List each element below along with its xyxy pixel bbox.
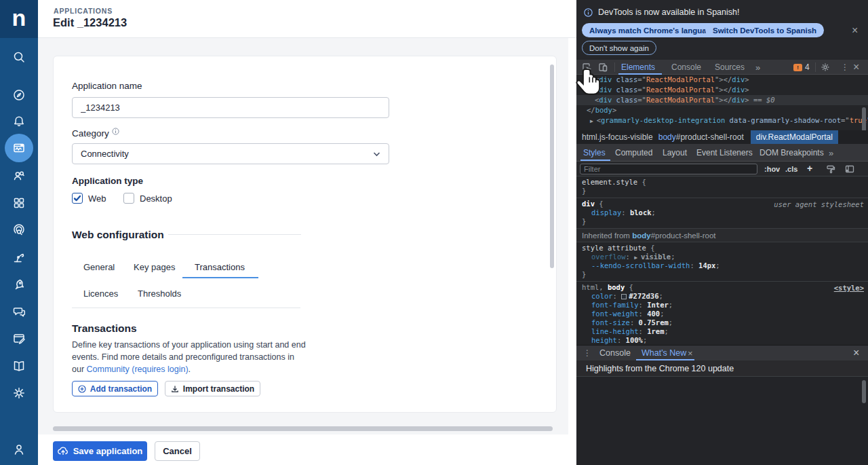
tab-general[interactable]: General: [83, 262, 115, 272]
expander-icon[interactable]: ▶: [590, 118, 597, 124]
css-declaration[interactable]: }: [576, 270, 868, 279]
css-declaration[interactable]: }: [576, 217, 868, 226]
gear-icon[interactable]: [0, 381, 38, 405]
people-search-icon[interactable]: [0, 164, 38, 188]
css-declaration[interactable]: font-weight: 400;: [576, 310, 868, 318]
drawer-close-icon[interactable]: ×: [853, 347, 859, 359]
switch-spanish-button[interactable]: Switch DevTools to Spanish: [705, 23, 824, 37]
styles-filter-input[interactable]: [580, 164, 757, 174]
application-name-input[interactable]: [72, 97, 389, 118]
book-icon[interactable]: [0, 354, 38, 378]
chevron-down-icon: [373, 151, 380, 157]
more-tabs-icon[interactable]: »: [755, 62, 760, 73]
sidebar-item-applications-selected[interactable]: [5, 134, 33, 162]
devtools-close-icon[interactable]: ×: [853, 61, 859, 73]
issues-count[interactable]: 4: [805, 62, 810, 72]
search-icon[interactable]: [0, 45, 38, 69]
divider: [815, 62, 816, 72]
dont-show-again-button[interactable]: Don't show again: [582, 41, 656, 55]
vertical-scrollbar[interactable]: [550, 64, 554, 268]
whats-new-close-icon[interactable]: ×: [688, 348, 693, 358]
person-icon[interactable]: [0, 437, 38, 462]
tab-thresholds[interactable]: Thresholds: [138, 289, 181, 299]
css-declaration[interactable]: font-size: 0.75rem;: [576, 318, 868, 327]
issues-icon[interactable]: !: [793, 64, 802, 71]
import-transaction-button[interactable]: Import transaction: [165, 381, 260, 396]
css-declaration[interactable]: overflow: ▶ visible;: [576, 253, 868, 261]
desktop-checkbox[interactable]: [123, 193, 134, 204]
drawer-tab-whats-new[interactable]: What's New: [642, 348, 686, 358]
dom-tree-row[interactable]: <div class="ReactModalPortal"></div>: [576, 75, 868, 85]
color-swatch[interactable]: [621, 294, 627, 299]
compass-icon[interactable]: [0, 83, 38, 107]
dom-tree-row[interactable]: <div class="ReactModalPortal"></div>: [576, 85, 868, 95]
web-checkbox[interactable]: [72, 193, 83, 204]
stylesheet-link[interactable]: <style>: [834, 284, 864, 292]
tab-computed[interactable]: Computed: [615, 148, 652, 157]
match-language-button[interactable]: Always match Chrome's language: [582, 23, 723, 37]
drawer-scrollbar[interactable]: [862, 380, 866, 403]
kebab-menu-icon[interactable]: ⋮: [841, 62, 849, 72]
category-select[interactable]: Connectivity: [72, 143, 389, 164]
toggle-class-button[interactable]: .cls: [785, 165, 797, 173]
crumb-html[interactable]: html.js-focus-visible: [582, 132, 653, 142]
css-declaration[interactable]: html, body {: [576, 283, 868, 292]
style-rule[interactable]: user agent stylesheetdiv {display: block…: [576, 198, 868, 229]
style-rule[interactable]: <style>html, body {color: #272d36;font-f…: [576, 282, 868, 345]
css-declaration[interactable]: style attribute {: [576, 244, 868, 253]
css-declaration[interactable]: color: #272d36;: [576, 292, 868, 301]
radar-search-icon[interactable]: [0, 218, 38, 242]
tab-key-pages[interactable]: Key pages: [134, 262, 175, 272]
community-link[interactable]: Community (requires login): [87, 365, 189, 374]
infobar-close-icon[interactable]: ×: [852, 26, 858, 35]
drawer-tabbar: ⋮ Console What's New × ×: [576, 345, 868, 360]
tab-elements[interactable]: Elements: [621, 62, 655, 72]
tab-layout[interactable]: Layout: [663, 148, 687, 157]
window-pencil-icon[interactable]: [0, 327, 38, 351]
drawer-kebab-icon[interactable]: ⋮: [583, 348, 591, 358]
horizontal-scrollbar[interactable]: [53, 426, 553, 431]
css-declaration[interactable]: display: block;: [576, 208, 868, 217]
tab-event-listeners[interactable]: Event Listeners: [696, 148, 753, 157]
paint-roller-icon[interactable]: [826, 164, 835, 176]
css-declaration[interactable]: }: [576, 187, 868, 196]
crumb-div-selected[interactable]: div.ReactModalPortal: [751, 130, 838, 144]
chat-bubbles-icon[interactable]: [0, 299, 38, 324]
styles-pane[interactable]: element.style {}user agent stylesheetdiv…: [576, 176, 868, 345]
bell-icon[interactable]: [0, 109, 38, 134]
web-checkbox-label[interactable]: Web: [88, 193, 106, 204]
tab-console[interactable]: Console: [671, 62, 701, 72]
new-style-rule-button[interactable]: +: [807, 163, 812, 174]
style-rule[interactable]: element.style {}: [576, 176, 868, 198]
computed-panel-icon[interactable]: [845, 164, 854, 176]
tab-dom-breakpoints[interactable]: DOM Breakpoints: [760, 148, 824, 157]
dom-tree-row[interactable]: ▶ <grammarly-desktop-integration data-gr…: [576, 115, 868, 126]
toggle-hover-button[interactable]: :hov: [764, 165, 780, 173]
cancel-button[interactable]: Cancel: [155, 441, 200, 461]
tab-transactions[interactable]: Transactions: [195, 262, 245, 272]
info-icon: [112, 127, 119, 137]
drawer-tab-console[interactable]: Console: [599, 348, 631, 358]
css-declaration[interactable]: element.style {: [576, 178, 868, 187]
more-tabs-icon[interactable]: »: [829, 148, 833, 158]
app-logo[interactable]: n: [0, 0, 38, 38]
css-declaration[interactable]: height: 100%;: [576, 336, 868, 345]
dom-tree-row[interactable]: </body>: [576, 105, 868, 115]
css-declaration[interactable]: font-family: Inter;: [576, 301, 868, 310]
tab-licences[interactable]: Licences: [83, 289, 118, 299]
elements-tree[interactable]: <div class="ReactModalPortal"></div><div…: [576, 75, 868, 130]
css-declaration[interactable]: --kendo-scrollbar-width: 14px;: [576, 261, 868, 270]
rocket-icon[interactable]: [0, 272, 38, 297]
robot-arm-icon[interactable]: [0, 245, 38, 269]
add-transaction-button[interactable]: Add transaction: [72, 381, 158, 396]
css-declaration[interactable]: line-height: 1rem;: [576, 327, 868, 336]
settings-gear-icon[interactable]: [821, 62, 830, 75]
tab-sources[interactable]: Sources: [715, 62, 745, 72]
crumb-body[interactable]: body#product-shell-root: [658, 132, 744, 142]
save-application-button[interactable]: Save application: [53, 441, 147, 461]
desktop-checkbox-label[interactable]: Desktop: [140, 193, 172, 204]
grid-icon[interactable]: [0, 191, 38, 215]
dom-tree-row[interactable]: <div class="ReactModalPortal"></div> == …: [576, 95, 868, 105]
style-rule[interactable]: style attribute {overflow: ▶ visible;--k…: [576, 242, 868, 282]
tab-styles[interactable]: Styles: [583, 148, 606, 157]
